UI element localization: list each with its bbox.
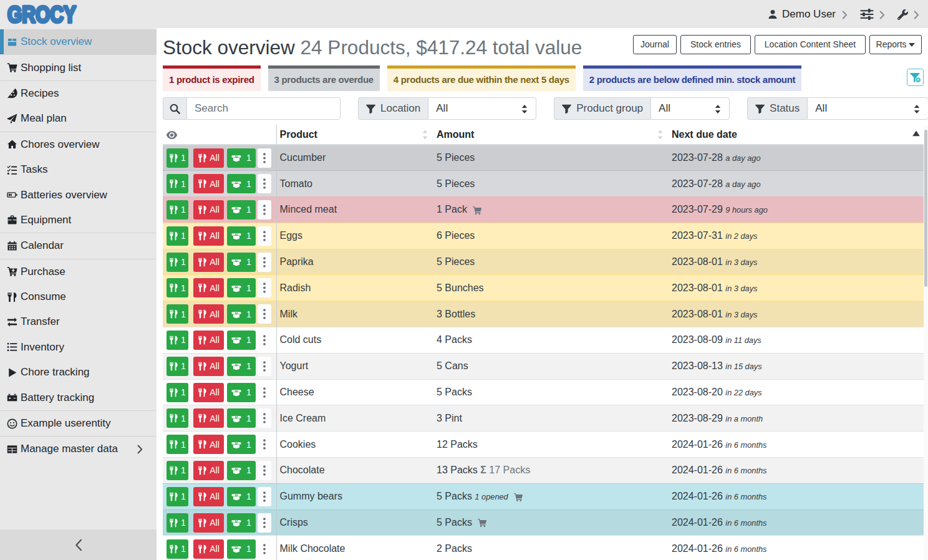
svg-text:GROCY: GROCY: [7, 2, 76, 27]
